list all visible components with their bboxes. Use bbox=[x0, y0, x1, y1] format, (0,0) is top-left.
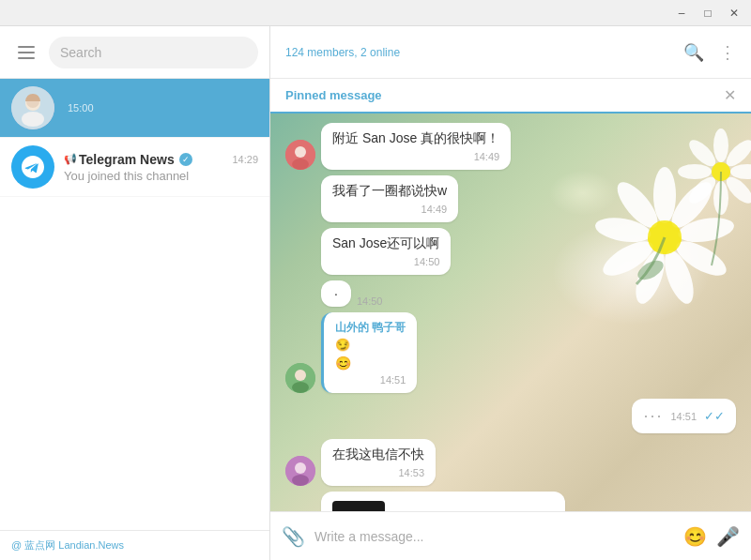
message-input[interactable] bbox=[314, 529, 674, 544]
maximize-button[interactable]: □ bbox=[695, 0, 721, 26]
messages-area[interactable]: 附近 San Jose 真的很快啊！ 14:49 我看了一圈都说快w 14:49 bbox=[270, 114, 751, 511]
chat-header: 124 members, 2 online 🔍 ⋮ bbox=[270, 26, 751, 79]
mic-icon[interactable]: 🎤 bbox=[716, 525, 740, 548]
sender-avatar bbox=[285, 456, 315, 486]
svg-point-34 bbox=[292, 475, 309, 486]
messages-content: 附近 San Jose 真的很快啊！ 14:49 我看了一圈都说快w 14:49 bbox=[285, 123, 736, 511]
pinned-close-button[interactable]: ✕ bbox=[724, 86, 736, 104]
chat-list: 15:00 📢 Telegram News bbox=[0, 79, 269, 530]
message-time: 14:49 bbox=[332, 151, 499, 162]
message-bubble: 我看了一圈都说快w 14:49 bbox=[321, 175, 458, 222]
hamburger-button[interactable] bbox=[11, 38, 41, 68]
message-time: 14:50 bbox=[332, 256, 439, 267]
chat-name-telegram: Telegram News bbox=[79, 152, 175, 167]
quote-name: 山外的 鸭子哥 bbox=[335, 320, 406, 336]
more-icon[interactable]: ⋮ bbox=[719, 42, 736, 63]
chat-time: 15:00 bbox=[68, 102, 94, 114]
titlebar: – □ ✕ bbox=[0, 0, 751, 26]
emoji-icon[interactable]: 😊 bbox=[683, 525, 707, 548]
sidebar: 15:00 📢 Telegram News bbox=[0, 26, 270, 560]
message-bubble: San Jose还可以啊 14:50 bbox=[321, 228, 451, 275]
double-check-icon: ✓✓ bbox=[704, 409, 725, 423]
close-button[interactable]: ✕ bbox=[721, 0, 747, 26]
sidebar-footer: @ 蓝点网 Landian.News bbox=[0, 530, 269, 560]
file-content: ↓ sp170118_145617.png 36.6 KB bbox=[332, 501, 554, 511]
message-text: 😊 bbox=[335, 356, 406, 371]
chat-header-info: 124 members, 2 online bbox=[285, 46, 400, 59]
chat-icon-megaphone: 📢 bbox=[64, 153, 77, 165]
attach-icon[interactable]: 📎 bbox=[282, 525, 305, 548]
sender-avatar bbox=[285, 363, 315, 393]
chat-time-telegram: 14:29 bbox=[232, 154, 258, 165]
avatar bbox=[11, 86, 54, 129]
chat-header-actions: 🔍 ⋮ bbox=[683, 42, 736, 63]
msg-avatar bbox=[285, 363, 315, 393]
message-text: 我看了一圈都说快w bbox=[332, 183, 447, 200]
chat-info-telegram: 📢 Telegram News 14:29 You joined this ch… bbox=[64, 152, 258, 183]
verified-badge bbox=[179, 153, 192, 166]
message-row-outgoing: ··· 14:51 ✓✓ bbox=[285, 399, 736, 433]
file-thumbnail: ↓ bbox=[332, 501, 385, 511]
minimize-button[interactable]: – bbox=[668, 0, 695, 26]
input-area: 📎 😊 🎤 bbox=[270, 511, 751, 560]
main-layout: 15:00 📢 Telegram News bbox=[0, 26, 751, 560]
message-text: 在我这电信不快 bbox=[332, 446, 424, 463]
message-bubble: 附近 San Jose 真的很快啊！ 14:49 bbox=[321, 123, 511, 170]
message-bubble-outgoing: ··· 14:51 ✓✓ bbox=[632, 399, 736, 433]
search-input[interactable] bbox=[60, 45, 247, 60]
telegram-icon bbox=[20, 154, 46, 180]
sidebar-header bbox=[0, 26, 269, 79]
message-bubble: 在我这电信不快 14:53 bbox=[321, 439, 436, 486]
message-bubble-dot: · bbox=[321, 280, 351, 307]
message-row: 在我这电信不快 14:53 bbox=[285, 439, 736, 486]
pinned-bar: Pinned message ✕ bbox=[270, 79, 751, 114]
svg-point-2 bbox=[22, 112, 44, 127]
msg-avatar bbox=[285, 140, 315, 170]
message-time: 14:51 bbox=[335, 374, 406, 386]
message-row-quote: 山外的 鸭子哥 😏 😊 14:51 bbox=[285, 312, 736, 393]
svg-point-33 bbox=[295, 462, 306, 474]
chat-panel: 124 members, 2 online 🔍 ⋮ Pinned message… bbox=[270, 26, 751, 560]
chat-header-subtitle: 124 members, 2 online bbox=[285, 46, 400, 59]
svg-point-27 bbox=[295, 146, 306, 158]
file-bubble: ↓ sp170118_145617.png 36.6 KB DOWNLOAD bbox=[321, 492, 565, 511]
message-row-file: Y ↓ sp170118_145617.png 36.6 KB DOWNLOAD bbox=[285, 492, 736, 511]
chat-item-active[interactable]: 15:00 bbox=[0, 79, 269, 138]
sender-avatar bbox=[285, 140, 315, 170]
svg-point-31 bbox=[292, 382, 309, 393]
message-row-dot: · 14:50 bbox=[285, 280, 736, 307]
dot-time: 14:50 bbox=[357, 295, 383, 307]
message-row: 我看了一圈都说快w 14:49 bbox=[285, 175, 736, 222]
svg-point-30 bbox=[295, 370, 306, 381]
search-box bbox=[49, 37, 258, 68]
message-bubble-quote: 山外的 鸭子哥 😏 😊 14:51 bbox=[321, 312, 417, 393]
message-time: 14:49 bbox=[332, 204, 447, 215]
outgoing-container: ··· 14:51 ✓✓ bbox=[632, 399, 736, 433]
message-row: 附近 San Jose 真的很快啊！ 14:49 bbox=[285, 123, 736, 170]
svg-point-28 bbox=[292, 159, 309, 170]
message-text: 附近 San Jose 真的很快啊！ bbox=[332, 130, 499, 147]
message-row: San Jose还可以啊 14:50 bbox=[285, 228, 736, 275]
msg-avatar bbox=[285, 456, 315, 486]
quoted-text: 😏 bbox=[335, 338, 406, 352]
dots-text: ··· bbox=[643, 406, 663, 426]
telegram-avatar bbox=[11, 145, 54, 189]
pinned-label: Pinned message bbox=[285, 88, 382, 102]
search-icon[interactable]: 🔍 bbox=[683, 42, 704, 63]
message-text: San Jose还可以啊 bbox=[332, 235, 439, 252]
outgoing-time: 14:51 bbox=[670, 411, 697, 422]
chat-info-active: 15:00 bbox=[64, 102, 258, 114]
footer-link[interactable]: @ 蓝点网 Landian.News bbox=[11, 538, 124, 552]
chat-preview-telegram: You joined this channel bbox=[64, 169, 258, 183]
chat-item-telegram-news[interactable]: 📢 Telegram News 14:29 You joined this ch… bbox=[0, 138, 269, 197]
message-time: 14:53 bbox=[332, 467, 424, 478]
avatar-image bbox=[11, 86, 54, 129]
dot-text: · bbox=[334, 286, 338, 301]
